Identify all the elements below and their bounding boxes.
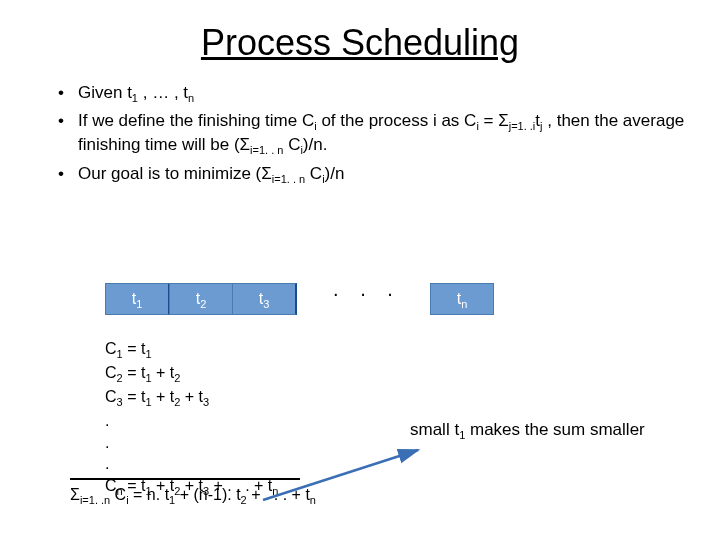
page-title: Process Scheduling (0, 22, 720, 64)
svg-line-0 (263, 450, 418, 500)
calc-dot: . (105, 410, 365, 432)
box-ellipsis: . . . (322, 278, 412, 301)
bullet-3: Our goal is to minimize (Σi=1. . n Ci)/n (58, 163, 690, 187)
bullet-1: Given t1 , … , tn (58, 82, 690, 106)
calc-line-3: C3 = t1 + t2 + t3 (105, 386, 365, 410)
box-t1: t1 (105, 283, 170, 315)
calc-line-2: C2 = t1 + t2 (105, 362, 365, 386)
calc-line-1: C1 = t1 (105, 338, 365, 362)
box-t2: t2 (169, 283, 233, 315)
box-t3: t3 (232, 283, 297, 315)
box-tn: tn (430, 283, 494, 315)
bullet-2: If we define the finishing time Ci of th… (58, 110, 690, 158)
timeline-boxes: t1t2t3. . .tn (105, 278, 605, 315)
arrow-icon (258, 445, 438, 505)
annotation-note: small t1 makes the sum smaller (410, 420, 645, 441)
bullet-list: Given t1 , … , tn If we define the finis… (0, 82, 720, 187)
